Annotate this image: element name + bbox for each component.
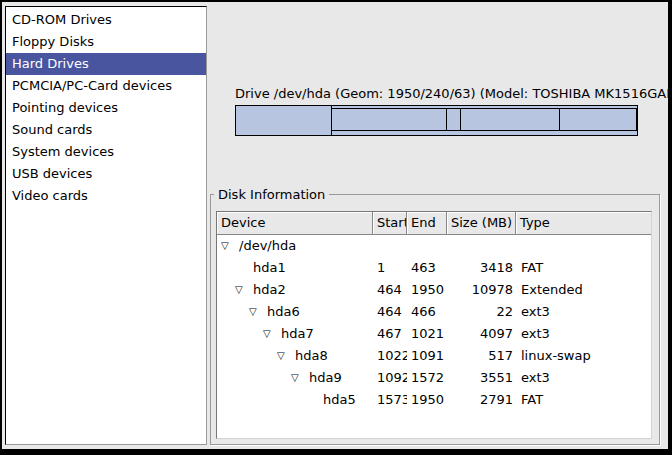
end-cell: 463 — [407, 257, 447, 279]
device-cell: ▽/dev/hda — [217, 235, 373, 257]
start-cell — [373, 235, 407, 257]
size-cell: 517 — [447, 345, 516, 367]
sidebar-item-usb-devices[interactable]: USB devices — [6, 163, 206, 185]
size-cell: 3418 — [447, 257, 516, 279]
sidebar-item-hard-drives[interactable]: Hard Drives — [6, 53, 206, 75]
end-cell: 1950 — [407, 389, 447, 411]
disk-information-label: Disk Information — [214, 187, 329, 202]
device-label: hda9 — [309, 370, 342, 385]
start-cell: 1573 — [373, 389, 407, 411]
size-cell — [447, 235, 516, 257]
device-label: hda6 — [267, 304, 300, 319]
hardware-browser-window: CD-ROM DrivesFloppy DisksHard DrivesPCMC… — [0, 0, 672, 455]
device-label: /dev/hda — [239, 238, 296, 253]
device-cell: hda1 — [217, 257, 373, 279]
end-cell — [407, 235, 447, 257]
logical-partition-boundary-1 — [446, 109, 447, 130]
disk-table-body: ▽/dev/hdahda114633418FAT▽hda246419501097… — [217, 235, 651, 411]
end-cell: 1021 — [407, 323, 447, 345]
type-cell: FAT — [516, 257, 651, 279]
end-cell: 1950 — [407, 279, 447, 301]
device-label: hda5 — [323, 392, 356, 407]
disk-table-header: DeviceStartEndSize (MB)Type — [217, 212, 651, 235]
start-cell: 1 — [373, 257, 407, 279]
type-cell: ext3 — [516, 301, 651, 323]
size-cell: 2791 — [447, 389, 516, 411]
type-cell: FAT — [516, 389, 651, 411]
size-cell: 4097 — [447, 323, 516, 345]
end-cell: 466 — [407, 301, 447, 323]
sidebar-item-video-cards[interactable]: Video cards — [6, 185, 206, 207]
drive-title: Drive /dev/hda (Geom: 1950/240/63) (Mode… — [235, 86, 638, 102]
table-row-hda1[interactable]: hda114633418FAT — [217, 257, 651, 279]
sidebar-item-cd-rom-drives[interactable]: CD-ROM Drives — [6, 9, 206, 31]
size-cell: 3551 — [447, 367, 516, 389]
column-header-size-mb[interactable]: Size (MB) — [447, 212, 516, 235]
expander-triangle-icon[interactable]: ▽ — [263, 323, 281, 345]
device-label: hda8 — [295, 348, 328, 363]
device-label: hda1 — [253, 260, 286, 275]
table-row-hda6[interactable]: ▽hda646446622ext3 — [217, 301, 651, 323]
sidebar-item-sound-cards[interactable]: Sound cards — [6, 119, 206, 141]
expander-triangle-icon[interactable]: ▽ — [249, 301, 267, 323]
start-cell: 1092 — [373, 367, 407, 389]
table-row-dev-hda[interactable]: ▽/dev/hda — [217, 235, 651, 257]
logical-partition-boundary-2 — [460, 109, 461, 130]
device-cell: ▽hda9 — [217, 367, 373, 389]
table-row-hda8[interactable]: ▽hda810221091517linux-swap — [217, 345, 651, 367]
start-cell: 464 — [373, 301, 407, 323]
size-cell: 22 — [447, 301, 516, 323]
sidebar-item-system-devices[interactable]: System devices — [6, 141, 206, 163]
device-label: hda7 — [281, 326, 314, 341]
type-cell: ext3 — [516, 367, 651, 389]
expander-triangle-icon[interactable]: ▽ — [235, 279, 253, 301]
partition-bar — [235, 105, 638, 136]
device-cell: ▽hda8 — [217, 345, 373, 367]
column-header-start[interactable]: Start — [373, 212, 407, 235]
end-cell: 1572 — [407, 367, 447, 389]
sidebar-item-floppy-disks[interactable]: Floppy Disks — [6, 31, 206, 53]
device-cell: ▽hda7 — [217, 323, 373, 345]
column-header-device[interactable]: Device — [217, 212, 373, 235]
type-cell — [516, 235, 651, 257]
expander-triangle-icon[interactable]: ▽ — [277, 345, 295, 367]
device-cell: ▽hda6 — [217, 301, 373, 323]
table-row-hda7[interactable]: ▽hda746710214097ext3 — [217, 323, 651, 345]
extended-partition-box — [331, 108, 637, 131]
table-row-hda9[interactable]: ▽hda9109215723551ext3 — [217, 367, 651, 389]
disk-table: DeviceStartEndSize (MB)Type ▽/dev/hdahda… — [216, 211, 652, 439]
end-cell: 1091 — [407, 345, 447, 367]
expander-triangle-icon[interactable]: ▽ — [291, 367, 309, 389]
start-cell: 1022 — [373, 345, 407, 367]
expander-triangle-icon[interactable]: ▽ — [221, 235, 239, 257]
column-header-type[interactable]: Type — [516, 212, 651, 235]
sidebar-item-pcmcia-pc-card-devices[interactable]: PCMCIA/PC-Card devices — [6, 75, 206, 97]
type-cell: linux-swap — [516, 345, 651, 367]
sidebar-item-pointing-devices[interactable]: Pointing devices — [6, 97, 206, 119]
type-cell: Extended — [516, 279, 651, 301]
table-row-hda2[interactable]: ▽hda2464195010978Extended — [217, 279, 651, 301]
size-cell: 10978 — [447, 279, 516, 301]
device-cell: ▽hda2 — [217, 279, 373, 301]
column-header-end[interactable]: End — [407, 212, 447, 235]
logical-partition-boundary-3 — [559, 109, 560, 130]
device-category-list: CD-ROM DrivesFloppy DisksHard DrivesPCMC… — [5, 6, 207, 445]
table-row-hda5[interactable]: hda5157319502791FAT — [217, 389, 651, 411]
start-cell: 464 — [373, 279, 407, 301]
start-cell: 467 — [373, 323, 407, 345]
device-label: hda2 — [253, 282, 286, 297]
type-cell: ext3 — [516, 323, 651, 345]
device-cell: hda5 — [217, 389, 373, 411]
